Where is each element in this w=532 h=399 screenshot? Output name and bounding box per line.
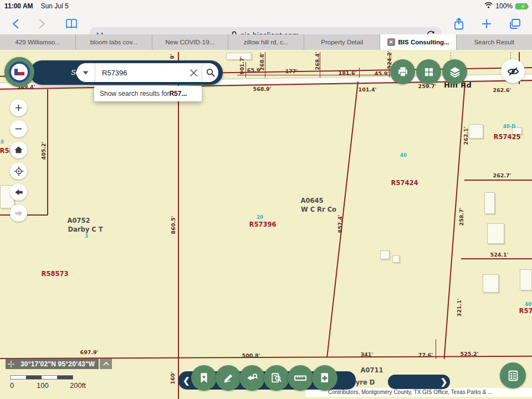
- add-data-button[interactable]: [312, 365, 337, 391]
- tab-bar: 429 Williamso...bloom labs cov...New COV…: [0, 34, 532, 50]
- map-canvas[interactable]: Hill RdR588R5742540-DR5742440R5739620A06…: [0, 50, 532, 399]
- next-extent-button: [10, 204, 27, 222]
- tab-label: zillow hill rd, c...: [244, 39, 289, 45]
- wifi-icon: [484, 2, 493, 10]
- search-suggestion[interactable]: Show search results for R57...: [94, 86, 202, 101]
- parcel-label-a0645: A0645: [301, 197, 324, 204]
- legend-button[interactable]: [500, 362, 526, 388]
- zoom-in-icon: [14, 103, 23, 112]
- parcel-label-a0711: A0711: [361, 366, 383, 374]
- tab-label: 429 Williamso...: [16, 39, 60, 45]
- search-submit-button[interactable]: [202, 63, 218, 82]
- tab-label: BIS Consulting...: [398, 39, 449, 45]
- home-button[interactable]: [10, 141, 27, 158]
- parcel-line: [436, 339, 436, 359]
- parcel-label-r57396: R57396: [249, 221, 277, 228]
- previous-extent-button[interactable]: [10, 183, 27, 201]
- tab-bis-consulting[interactable]: ✕BIS Consulting...: [380, 34, 456, 50]
- battery-percent: 100%: [495, 2, 513, 10]
- tab-label: Property Detail: [321, 39, 363, 45]
- measurement-label: 262.6': [493, 87, 511, 93]
- parcel-line: [47, 89, 48, 215]
- scale-bar: [10, 375, 73, 380]
- search-type-dropdown[interactable]: [76, 63, 95, 82]
- collapse-coordinates-button[interactable]: [100, 359, 112, 369]
- forward-button[interactable]: [34, 17, 49, 31]
- next-extent-icon: [14, 208, 24, 218]
- tab-search-result[interactable]: Search Result: [457, 34, 532, 50]
- tab-bloom-labs-cov[interactable]: bloom labs cov...: [76, 34, 152, 50]
- status-date: Sun Jul 5: [41, 2, 69, 10]
- tab-label: bloom labs cov...: [90, 39, 137, 45]
- measurement-label: 45.9': [375, 70, 389, 76]
- draw-button[interactable]: [216, 365, 241, 391]
- measurement-label: 262.7': [493, 172, 511, 178]
- layers-button[interactable]: [442, 59, 467, 84]
- parcel-label-40: 40: [400, 152, 407, 158]
- share-button[interactable]: [452, 17, 466, 31]
- bookmarks-icon[interactable]: [64, 17, 79, 31]
- search-bar: Search Here:: [30, 60, 223, 85]
- measurement-label: 901.7': [239, 57, 245, 75]
- coordinates-text: 30°17'02"N 95°20'43"W: [17, 359, 99, 369]
- browser-toolbar: AA gis.bisclient.com: [0, 12, 532, 34]
- parcel-line: [237, 75, 392, 75]
- measurement-label: 101.4': [359, 86, 377, 93]
- zoom-out-button[interactable]: [10, 120, 27, 137]
- home-icon: [14, 145, 23, 155]
- coordinate-readout: 30°17'02"N 95°20'43"W: [6, 359, 112, 369]
- apps-grid-icon: [423, 66, 434, 78]
- identify-button[interactable]: [264, 365, 289, 391]
- scale-200ft: 200ft: [70, 381, 86, 390]
- tab-label: New COVID-19...: [165, 39, 214, 45]
- tab-429-williamso[interactable]: 429 Williamso...: [0, 34, 76, 50]
- parcel-label-r57424: R57424: [391, 179, 418, 187]
- back-button[interactable]: [9, 17, 23, 31]
- toolbar-scroll-right[interactable]: ❯: [436, 377, 452, 387]
- parcel-label-40-d: 40-D: [503, 124, 515, 129]
- parcel-label-8: 8: [1, 139, 4, 145]
- tab-zillow-hill-rd-c[interactable]: zillow hill rd, c...: [228, 34, 304, 50]
- measurement-label: 568.9': [253, 86, 272, 92]
- zoom-in-button[interactable]: [10, 99, 27, 116]
- parcel-line: [461, 258, 532, 259]
- crosshair-icon: [6, 359, 17, 369]
- my-location-icon: [14, 166, 24, 176]
- tab-new-covid-19[interactable]: New COVID-19...: [152, 34, 228, 50]
- parcel-label-r57: R57: [519, 307, 532, 315]
- zoom-out-icon: [14, 124, 23, 134]
- status-bar: 11:00 AM Sun Jul 5 100% ⚡: [0, 0, 532, 12]
- building-footprint: [392, 255, 400, 263]
- measurement-label: 697.9': [80, 349, 99, 355]
- parcel-label-darby-c-t: Darby C T: [68, 226, 103, 233]
- building-footprint: [487, 223, 504, 244]
- measurement-label: 524.1': [490, 252, 509, 258]
- measurement-label: 321.1': [456, 299, 462, 317]
- print-button[interactable]: [390, 59, 415, 84]
- tab-property-detail[interactable]: Property Detail: [304, 34, 380, 50]
- previous-extent-icon: [14, 187, 24, 197]
- new-tab-button[interactable]: [479, 17, 494, 31]
- bookmark-button[interactable]: [191, 365, 217, 391]
- measurement-label: 405.2': [40, 142, 47, 160]
- legend-icon: [507, 370, 519, 382]
- measurement-label: 181.6': [339, 70, 357, 76]
- measurement-label: 160': [170, 372, 176, 385]
- battery-icon: ⚡: [515, 3, 528, 9]
- tabs-overview-button[interactable]: [508, 17, 522, 31]
- bottom-toolbar-next: ❯: [388, 375, 450, 389]
- parcel-line: [464, 180, 532, 181]
- parcel-line: [265, 52, 265, 78]
- tab-label: Search Result: [474, 39, 514, 45]
- query-button[interactable]: [239, 365, 265, 391]
- tab-close-icon[interactable]: ✕: [387, 38, 395, 46]
- hide-ui-icon: [507, 65, 519, 78]
- building-footprint: [520, 269, 532, 290]
- hide-ui-button[interactable]: [501, 59, 525, 83]
- measurement-label: 77.6': [418, 352, 433, 358]
- clear-search-icon[interactable]: [185, 63, 202, 82]
- my-location-button[interactable]: [10, 162, 27, 180]
- search-input[interactable]: [95, 69, 185, 77]
- add-data-icon: [319, 372, 331, 384]
- apps-grid-button[interactable]: [416, 59, 441, 84]
